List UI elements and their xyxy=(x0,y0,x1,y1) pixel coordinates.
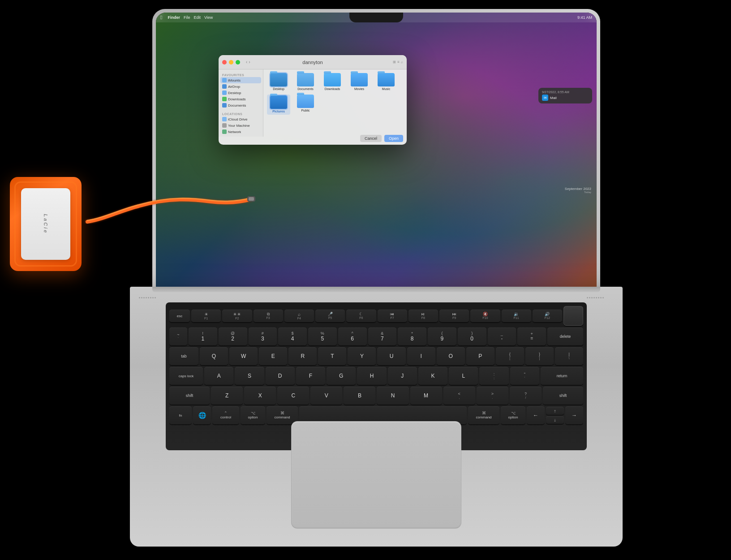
key-y[interactable]: Y xyxy=(348,347,376,365)
key-c[interactable]: C xyxy=(277,387,309,405)
key-g[interactable]: G xyxy=(327,367,356,385)
view-icon-list[interactable]: ≡ xyxy=(397,60,400,64)
folder-documents[interactable]: Documents xyxy=(294,73,317,91)
apple-menu[interactable]:  xyxy=(160,14,162,21)
key-period[interactable]: > . xyxy=(477,387,508,405)
key-comma[interactable]: < , xyxy=(443,387,475,405)
key-arrow-left[interactable]: ← xyxy=(527,406,545,424)
key-globe[interactable]: 🌐 xyxy=(193,406,211,424)
key-f7[interactable]: ⏮ F7 xyxy=(378,310,407,322)
sidebar-item-icloud[interactable]: iCloud Drive xyxy=(220,116,261,122)
key-i[interactable]: I xyxy=(407,347,435,365)
file-menu[interactable]: File xyxy=(184,15,190,20)
key-esc[interactable]: esc xyxy=(169,310,190,322)
key-t[interactable]: T xyxy=(318,347,346,365)
key-f3[interactable]: ⧉ F3 xyxy=(254,310,283,322)
key-delete[interactable]: delete xyxy=(547,327,583,345)
traffic-light-green[interactable] xyxy=(236,60,240,65)
key-equals[interactable]: + = xyxy=(517,327,546,345)
key-f[interactable]: F xyxy=(296,367,325,385)
traffic-light-red[interactable] xyxy=(222,60,227,65)
folder-desktop[interactable]: Desktop xyxy=(267,73,290,91)
key-f1[interactable]: ☀ F1 xyxy=(191,310,221,322)
key-control-left[interactable]: ⌃ control xyxy=(212,406,239,424)
key-f12[interactable]: 🔊 F12 xyxy=(533,310,562,322)
sidebar-item-desktop[interactable]: Desktop xyxy=(220,90,261,96)
view-menu[interactable]: View xyxy=(204,15,213,20)
sidebar-item-your-machine[interactable]: Your Machine xyxy=(220,122,261,129)
key-e[interactable]: E xyxy=(259,347,287,365)
sidebar-item-network[interactable]: Network xyxy=(220,129,261,135)
key-o[interactable]: O xyxy=(437,347,465,365)
sidebar-item-documents[interactable]: Documents xyxy=(220,102,261,108)
key-p[interactable]: P xyxy=(466,347,494,365)
key-r[interactable]: R xyxy=(288,347,317,365)
key-option-right[interactable]: ⌥ option xyxy=(501,406,525,424)
key-return[interactable]: return xyxy=(541,367,583,385)
key-q[interactable]: Q xyxy=(200,347,228,365)
key-j[interactable]: J xyxy=(388,367,417,385)
key-arrow-right[interactable]: → xyxy=(565,406,583,424)
finder-cancel-button[interactable]: Cancel xyxy=(360,135,382,142)
key-shift-left[interactable]: shift xyxy=(169,387,210,405)
key-semicolon[interactable]: : ; xyxy=(479,367,508,385)
finder-menu[interactable]: Finder xyxy=(168,15,180,20)
key-9[interactable]: ( 9 xyxy=(428,327,456,345)
folder-music[interactable]: Music xyxy=(374,73,398,91)
key-shift-right[interactable]: shift xyxy=(543,387,583,405)
key-backtick[interactable]: ~ ` xyxy=(169,327,187,345)
key-0[interactable]: ) 0 xyxy=(458,327,486,345)
key-2[interactable]: @ 2 xyxy=(219,327,247,345)
key-u[interactable]: U xyxy=(377,347,405,365)
edit-menu[interactable]: Edit xyxy=(194,15,201,20)
key-arrow-up[interactable]: ↑ xyxy=(546,407,564,415)
key-5[interactable]: % 5 xyxy=(308,327,337,345)
sidebar-item-airdrop[interactable]: AirDrop xyxy=(220,83,261,90)
key-8[interactable]: * 8 xyxy=(398,327,426,345)
key-fn[interactable]: fn xyxy=(169,406,192,424)
key-3[interactable]: # 3 xyxy=(249,327,277,345)
key-7[interactable]: & 7 xyxy=(368,327,397,345)
key-6[interactable]: ^ 6 xyxy=(338,327,367,345)
key-b[interactable]: B xyxy=(344,387,375,405)
traffic-light-yellow[interactable] xyxy=(229,60,233,65)
touchpad[interactable] xyxy=(291,421,461,529)
key-quote[interactable]: " ' xyxy=(510,367,539,385)
key-slash[interactable]: ? / xyxy=(510,387,542,405)
search-icon[interactable]: ⌕ xyxy=(401,60,403,64)
key-4[interactable]: $ 4 xyxy=(278,327,307,345)
key-f2[interactable]: ☀☀ F2 xyxy=(222,310,252,322)
key-k[interactable]: K xyxy=(418,367,447,385)
folder-movies[interactable]: Movies xyxy=(348,73,371,91)
key-command-left[interactable]: ⌘ command xyxy=(267,406,298,424)
key-f10[interactable]: 🔇 F10 xyxy=(470,310,500,322)
key-s[interactable]: S xyxy=(235,367,264,385)
key-f9[interactable]: ⏭ F9 xyxy=(439,310,469,322)
key-a[interactable]: A xyxy=(204,367,233,385)
key-l[interactable]: L xyxy=(449,367,478,385)
key-v[interactable]: V xyxy=(310,387,342,405)
folder-downloads[interactable]: Downloads xyxy=(321,73,344,91)
key-backslash[interactable]: | \ xyxy=(555,347,583,365)
key-n[interactable]: N xyxy=(377,387,408,405)
key-tab[interactable]: tab xyxy=(169,347,198,365)
key-f5[interactable]: 🎤 F5 xyxy=(315,310,345,322)
key-z[interactable]: Z xyxy=(211,387,243,405)
key-command-right[interactable]: ⌘ command xyxy=(468,406,499,424)
key-f6[interactable]: ☾ F6 xyxy=(346,310,376,322)
key-f8[interactable]: ⏯ F8 xyxy=(408,310,438,322)
key-lbracket[interactable]: { [ xyxy=(496,347,524,365)
key-h[interactable]: H xyxy=(357,367,386,385)
key-x[interactable]: X xyxy=(244,387,276,405)
view-icon-grid[interactable]: ⊞ xyxy=(393,60,396,64)
key-d[interactable]: D xyxy=(266,367,295,385)
finder-open-button[interactable]: Open xyxy=(384,135,403,142)
key-1[interactable]: ! 1 xyxy=(189,327,217,345)
key-rbracket[interactable]: } ] xyxy=(525,347,554,365)
key-w[interactable]: W xyxy=(229,347,258,365)
folder-pictures[interactable]: Pictures xyxy=(267,95,290,114)
key-minus[interactable]: _ - xyxy=(488,327,516,345)
key-f4[interactable]: ⌕ F4 xyxy=(284,310,314,322)
sidebar-item-imounts[interactable]: iMounts xyxy=(220,77,261,83)
key-option-left[interactable]: ⌥ option xyxy=(241,406,265,424)
